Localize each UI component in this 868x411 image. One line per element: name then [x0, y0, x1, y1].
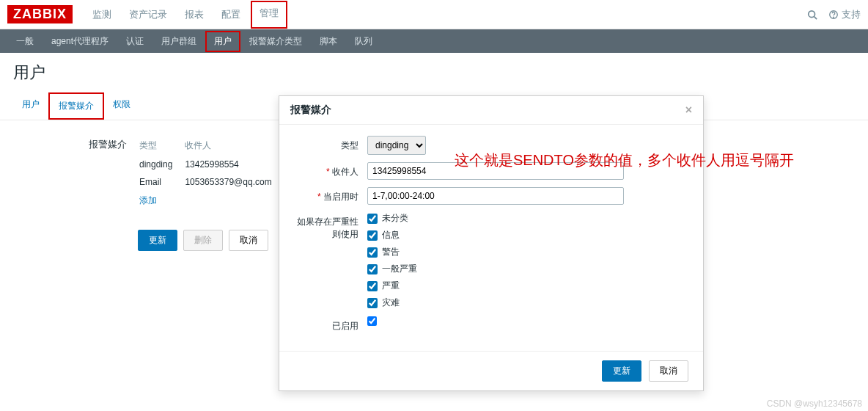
annotation-text: 这个就是SENDTO参数的值，多个收件人用逗号隔开 — [455, 150, 794, 170]
sub-nav-bar: 一般 agent代理程序 认证 用户群组 用户 报警媒介类型 脚本 队列 — [0, 29, 868, 53]
enabledtime-input[interactable] — [367, 187, 624, 205]
update-button[interactable]: 更新 — [138, 230, 177, 251]
subnav-scripts[interactable]: 脚本 — [311, 29, 346, 54]
recipient-label: * 收件人 — [294, 162, 367, 178]
tab-permissions[interactable]: 权限 — [104, 92, 139, 120]
top-bar: ZABBIX 监测 资产记录 报表 配置 管理 支持 — [0, 0, 868, 29]
svg-point-0 — [809, 10, 815, 17]
subnav-auth[interactable]: 认证 — [117, 29, 152, 54]
subnav-usergroups[interactable]: 用户群组 — [152, 29, 205, 54]
severity-label: 如果存在严重性则使用 — [294, 212, 367, 241]
type-select[interactable]: dingding — [367, 136, 426, 155]
top-right: 支持 — [807, 8, 861, 21]
nav-admin[interactable]: 管理 — [251, 1, 287, 29]
subnav-agent[interactable]: agent代理程序 — [43, 29, 117, 54]
check-average[interactable]: 一般严重 — [367, 263, 688, 266]
add-link[interactable]: 添加 — [139, 195, 157, 205]
table-row: Email 1053653379@qq.com — [139, 174, 283, 190]
nav-reports[interactable]: 报表 — [176, 1, 213, 29]
severity-checks: 未分类 信息 警告 一般严重 严重 灾难 — [367, 212, 688, 266]
help-icon — [828, 10, 839, 20]
search-icon[interactable] — [807, 10, 817, 20]
nav-monitoring[interactable]: 监测 — [84, 1, 120, 29]
modal: 报警媒介 × 类型 dingding * 收件人 * 当启用时 如果存在严重性则… — [279, 95, 704, 266]
modal-body: 类型 dingding * 收件人 * 当启用时 如果存在严重性则使用 未分类 … — [279, 125, 703, 266]
enabledtime-label: * 当启用时 — [294, 187, 367, 203]
type-label: 类型 — [294, 136, 367, 152]
table-row: dingding 13425998554 — [139, 156, 283, 172]
tab-media[interactable]: 报警媒介 — [48, 92, 104, 120]
modal-title: 报警媒介 — [290, 103, 331, 117]
svg-point-3 — [834, 17, 834, 18]
check-info[interactable]: 信息 — [367, 229, 688, 241]
support-link[interactable]: 支持 — [828, 8, 861, 21]
col-type: 类型 — [139, 137, 183, 155]
modal-header: 报警媒介 × — [279, 96, 703, 125]
check-unclassified[interactable]: 未分类 — [367, 212, 688, 225]
subnav-mediatypes[interactable]: 报警媒介类型 — [240, 29, 311, 54]
cancel-button[interactable]: 取消 — [229, 230, 268, 251]
page-title: 用户 — [0, 53, 868, 92]
tab-user[interactable]: 用户 — [13, 92, 48, 120]
subnav-general[interactable]: 一般 — [7, 29, 43, 54]
nav-config[interactable]: 配置 — [213, 1, 249, 29]
subnav-queue[interactable]: 队列 — [346, 29, 381, 54]
check-warning[interactable]: 警告 — [367, 246, 688, 258]
delete-button: 删除 — [183, 230, 223, 251]
subnav-users[interactable]: 用户 — [205, 31, 240, 52]
top-nav: 监测 资产记录 报表 配置 管理 — [84, 1, 289, 29]
svg-line-1 — [814, 16, 817, 19]
logo: ZABBIX — [7, 5, 73, 23]
media-label: 报警媒介 — [13, 135, 138, 251]
col-recipient: 收件人 — [185, 137, 282, 155]
media-table: 类型 收件人 dingding 13425998554 Email 105365… — [138, 135, 284, 211]
close-icon[interactable]: × — [685, 103, 692, 117]
nav-inventory[interactable]: 资产记录 — [120, 1, 176, 29]
